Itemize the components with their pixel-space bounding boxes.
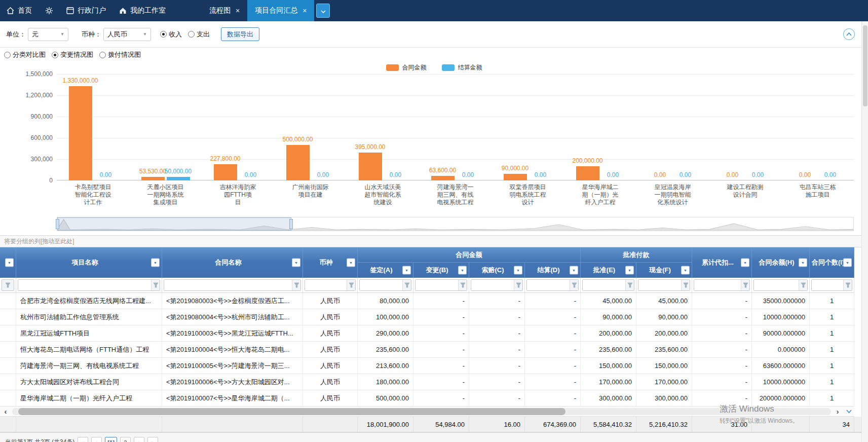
- row-select-cell[interactable]: [0, 325, 16, 341]
- filter-funnel-icon[interactable]: [843, 280, 852, 290]
- scroll-right-button[interactable]: ›: [832, 407, 843, 417]
- column-filter-dropdown[interactable]: ▼: [570, 266, 578, 275]
- prev-page-button[interactable]: ‹: [91, 437, 102, 442]
- mode-change-status-label[interactable]: 变更情况图: [60, 50, 93, 59]
- contract-amount-bar[interactable]: [576, 166, 599, 180]
- row-select-cell[interactable]: [0, 374, 16, 390]
- column-filter-dropdown[interactable]: ▼: [151, 259, 160, 267]
- column-count-i[interactable]: 合同个数(I) ▼: [810, 247, 854, 278]
- filter-funnel-icon[interactable]: [799, 280, 807, 290]
- column-filter-dropdown[interactable]: ▼: [625, 266, 634, 275]
- contract-amount-bar[interactable]: [286, 145, 310, 180]
- tab-list-dropdown-button[interactable]: [316, 4, 330, 18]
- table-row[interactable]: 合肥市龙湾金棕榈度假酒店无线网络工程建...<第2019080003<号>>金棕…: [0, 293, 854, 309]
- column-filter-input[interactable]: [527, 280, 570, 290]
- mode-payment-status-radio[interactable]: [99, 52, 106, 58]
- column-rowselect[interactable]: ▼: [0, 247, 16, 278]
- zoom-handle-left[interactable]: [56, 219, 59, 229]
- first-page-button[interactable]: «: [78, 437, 88, 442]
- expense-radio[interactable]: [188, 31, 195, 38]
- row-select-cell[interactable]: [0, 390, 16, 406]
- zoom-window[interactable]: [57, 217, 291, 231]
- legend-contract-amount[interactable]: 合同金额: [386, 63, 427, 72]
- nav-settings-button[interactable]: [39, 0, 60, 21]
- vertical-scroll-thumb[interactable]: [863, 25, 867, 106]
- filter-funnel-icon[interactable]: [514, 280, 522, 290]
- row-select-cell[interactable]: [0, 309, 16, 325]
- unit-select[interactable]: 元 ▼: [28, 28, 68, 41]
- contract-amount-bar[interactable]: [141, 177, 165, 180]
- mode-change-status-radio[interactable]: [52, 52, 58, 58]
- column-filter-dropdown[interactable]: ▼: [402, 266, 411, 275]
- row-select-cell[interactable]: [0, 293, 16, 309]
- column-filter-dropdown[interactable]: ▼: [843, 259, 852, 267]
- mode-category-compare-radio[interactable]: [4, 52, 11, 58]
- table-row[interactable]: 恒大海花岛二期电话网络（FTTH通信）工程<第2019100004<号>>恒大海…: [0, 342, 854, 358]
- column-filter-input[interactable]: [360, 280, 402, 290]
- column-filter-input[interactable]: [754, 280, 799, 290]
- column-contract-name[interactable]: 合同名称 ▼: [162, 247, 303, 278]
- page-vertical-scrollbar[interactable]: [861, 21, 868, 442]
- column-currency[interactable]: 币种 ▼: [303, 247, 358, 278]
- table-row[interactable]: 菏建海景湾一期三网、有线电视系统工程<第2019100005<号>>菏建海景湾一…: [0, 358, 854, 374]
- column-filter-input[interactable]: [583, 280, 625, 290]
- grid-scroll-down-button[interactable]: [843, 410, 854, 413]
- column-filter-input[interactable]: [638, 280, 681, 290]
- filter-funnel-icon[interactable]: [570, 280, 578, 290]
- column-filter-dropdown[interactable]: ▼: [681, 266, 690, 275]
- tab-contract-summary[interactable]: 项目合同汇总 ×: [247, 0, 314, 21]
- filter-funnel-icon[interactable]: [741, 280, 749, 290]
- column-withhold[interactable]: 累计代扣... ▼: [692, 247, 752, 278]
- page-2-button[interactable]: 2: [120, 437, 131, 442]
- chart-datazoom-slider[interactable]: [57, 217, 854, 231]
- column-filter-dropdown[interactable]: ▼: [514, 266, 522, 275]
- column-change-b[interactable]: 变更(B) ▼: [413, 263, 469, 278]
- column-filter-input[interactable]: [471, 280, 514, 290]
- contract-amount-bar[interactable]: [69, 86, 92, 180]
- tab-flowchart[interactable]: 流程图 ×: [202, 0, 247, 21]
- data-export-button[interactable]: 数据导出: [221, 27, 259, 41]
- column-filter-dropdown[interactable]: ▼: [347, 259, 355, 267]
- filter-funnel-icon[interactable]: [402, 280, 411, 290]
- nav-item-home[interactable]: 首页: [0, 0, 39, 21]
- filter-funnel-icon[interactable]: [292, 280, 300, 290]
- column-approve-e[interactable]: 批准(E) ▼: [581, 263, 636, 278]
- column-project-name[interactable]: 项目名称 ▼: [16, 247, 162, 278]
- settlement-amount-bar[interactable]: [167, 177, 190, 180]
- scroll-left-button[interactable]: ‹: [0, 407, 11, 417]
- mode-category-compare-label[interactable]: 分类对比图: [13, 50, 46, 59]
- legend-settlement-amount[interactable]: 结算金额: [442, 63, 482, 72]
- row-select-cell[interactable]: [0, 342, 16, 357]
- income-radio[interactable]: [160, 31, 167, 38]
- table-row[interactable]: 杭州市司法辅助工作信息管理系统<第2019080004<号>>杭州市司法辅助工.…: [0, 309, 854, 325]
- next-page-button[interactable]: ›: [134, 437, 144, 442]
- nav-item-portal[interactable]: 行政门户: [60, 0, 112, 21]
- zoom-handle-right[interactable]: [289, 219, 293, 229]
- filter-funnel-icon[interactable]: [681, 280, 690, 290]
- group-by-drop-zone[interactable]: 将要分组的列[拖动至此处]: [0, 235, 868, 247]
- contract-amount-bar[interactable]: [431, 176, 455, 180]
- column-filter-dropdown[interactable]: ▼: [292, 259, 300, 267]
- filter-funnel-icon[interactable]: [625, 280, 634, 290]
- collapse-panel-button[interactable]: [843, 28, 855, 40]
- contract-amount-bar[interactable]: [214, 164, 237, 180]
- column-filter-dropdown[interactable]: ▼: [799, 259, 807, 267]
- income-radio-label[interactable]: 收入: [169, 30, 182, 39]
- nav-item-workspace[interactable]: 我的工作室: [112, 0, 172, 21]
- table-row[interactable]: 黑龙江冠运城FTTH项目<第2019100003<号>>黑龙江冠运城FTTH..…: [0, 325, 854, 342]
- column-filter-dropdown[interactable]: ▼: [458, 266, 467, 275]
- expense-radio-label[interactable]: 支出: [197, 30, 210, 39]
- column-settle-d[interactable]: 结算(D) ▼: [525, 263, 581, 278]
- column-claim-c[interactable]: 索赔(C) ▼: [469, 263, 525, 278]
- last-page-button[interactable]: »: [147, 437, 158, 442]
- column-filter-input[interactable]: [694, 280, 741, 290]
- column-filter-dropdown[interactable]: ▼: [741, 259, 749, 267]
- column-filter-dropdown[interactable]: ▼: [5, 259, 14, 267]
- column-filter-input[interactable]: [305, 280, 347, 290]
- tab-flowchart-close-icon[interactable]: ×: [236, 7, 240, 15]
- column-filter-input[interactable]: [812, 280, 843, 290]
- table-row[interactable]: 方大太阳城园区对讲布线工程合同<第2019100006<号>>方大太阳城园区对.…: [0, 374, 854, 390]
- filter-funnel-icon[interactable]: [347, 280, 355, 290]
- filter-funnel-icon[interactable]: [2, 279, 14, 291]
- tab-contract-summary-close-icon[interactable]: ×: [303, 7, 307, 15]
